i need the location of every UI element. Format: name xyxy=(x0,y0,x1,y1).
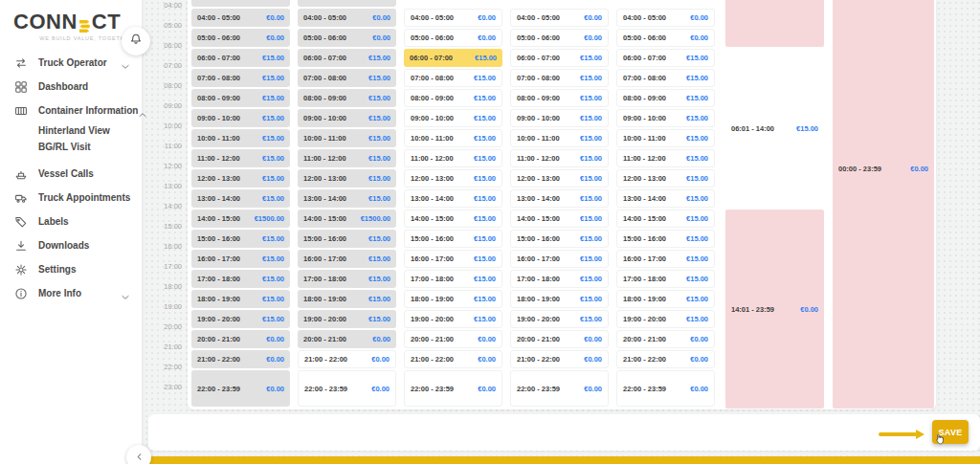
time-slot-cell[interactable]: 05:00 - 06:00€0.00 xyxy=(510,29,609,47)
time-slot-cell[interactable]: 13:00 - 14:00€15.00 xyxy=(510,189,609,208)
time-slot-cell[interactable]: 21:00 - 22:00€0.00 xyxy=(616,350,715,368)
sidebar-item-truck-operator[interactable]: Truck Operator xyxy=(0,51,142,75)
slot-price: €15.00 xyxy=(474,134,496,143)
sidebar-collapse-button[interactable] xyxy=(126,445,151,464)
time-slot-cell[interactable]: 19:00 - 20:00€15.00 xyxy=(510,310,609,328)
slot-price: €15.00 xyxy=(262,114,284,122)
time-slot-cell[interactable]: 15:00 - 16:00€15.00 xyxy=(616,230,715,248)
slot-time-range: 16:00 - 17:00 xyxy=(197,254,240,263)
sidebar-subitem-hinterland-view[interactable]: Hinterland View xyxy=(0,122,142,139)
time-slot-cell[interactable]: 09:00 - 10:00€15.00 xyxy=(616,109,715,127)
sidebar-item-more-info[interactable]: More Info xyxy=(0,281,142,305)
sidebar-item-dashboard[interactable]: Dashboard xyxy=(0,75,142,99)
sidebar-item-truck-appointments[interactable]: Truck Appointments xyxy=(0,186,142,210)
slot-price: €15.00 xyxy=(474,254,496,263)
time-slot-cell[interactable]: 20:00 - 21:00€0.00 xyxy=(404,330,502,348)
schedule-range-block[interactable]: 14:01 - 23:59€0.00 xyxy=(725,210,824,408)
slot-time-range: 20:00 - 21:00 xyxy=(411,335,454,343)
time-slot-cell[interactable]: 05:00 - 06:00€0.00 xyxy=(616,29,715,47)
time-slot-cell[interactable]: 06:00 - 07:00€15.00 xyxy=(404,49,502,67)
time-slot-cell[interactable]: 20:00 - 21:00€0.00 xyxy=(510,330,609,348)
time-slot-cell[interactable]: 13:00 - 14:00€15.00 xyxy=(616,189,715,208)
time-slot-cell[interactable]: 18:00 - 19:00€15.00 xyxy=(616,290,715,308)
slot-price: €15.00 xyxy=(368,174,390,183)
time-slot-cell[interactable]: 09:00 - 10:00€15.00 xyxy=(404,109,502,127)
slot-time-range: 14:00 - 15:00 xyxy=(623,214,666,223)
time-slot-cell[interactable]: 22:00 - 23:59€0.00 xyxy=(298,370,396,407)
time-slot-cell[interactable]: 10:00 - 11:00€15.00 xyxy=(616,129,715,147)
time-slot-cell[interactable]: 19:00 - 20:00€15.00 xyxy=(404,310,502,328)
time-slot-cell[interactable]: 06:00 - 07:00€15.00 xyxy=(510,49,609,67)
time-slot-cell[interactable]: 07:00 - 08:00€15.00 xyxy=(404,69,502,87)
time-slot-cell[interactable]: 11:00 - 12:00€15.00 xyxy=(616,149,715,167)
notifications-button[interactable] xyxy=(122,27,150,55)
range-time: 06:01 - 14:00 xyxy=(731,124,774,133)
time-slot-cell[interactable]: 07:00 - 08:00€15.00 xyxy=(616,69,715,87)
slot-time-range: 17:00 - 18:00 xyxy=(303,275,346,283)
axis-hour-label: 21:00 xyxy=(149,342,182,351)
time-slot-cell[interactable]: 12:00 - 13:00€15.00 xyxy=(510,169,609,188)
slot-time-range: 22:00 - 23:59 xyxy=(623,385,666,393)
schedule-range-block[interactable]: 06:01 - 14:00€15.00 xyxy=(725,49,824,208)
time-slot-cell[interactable]: 15:00 - 16:00€15.00 xyxy=(510,230,609,248)
slot-price: €0.00 xyxy=(584,13,602,22)
slot-time-range: 22:00 - 23:59 xyxy=(517,385,560,393)
sidebar-subitem-bg-rl-visit[interactable]: BG/RL Visit xyxy=(0,139,142,155)
time-slot-cell[interactable]: 11:00 - 12:00€15.00 xyxy=(404,149,502,167)
slot-time-range: 16:00 - 17:00 xyxy=(411,254,454,263)
time-slot-cell[interactable]: 08:00 - 09:00€15.00 xyxy=(510,89,609,107)
time-slot-cell[interactable]: 10:00 - 11:00€15.00 xyxy=(404,129,502,147)
slot-price: €15.00 xyxy=(580,315,602,323)
slot-time-range: 06:00 - 07:00 xyxy=(197,54,240,62)
time-slot-cell[interactable]: 14:00 - 15:00€15.00 xyxy=(510,210,609,228)
sidebar-item-container-information[interactable]: Container Information xyxy=(0,99,142,122)
time-slot-cell[interactable]: 22:00 - 23:59€0.00 xyxy=(616,370,715,407)
time-slot-cell[interactable]: 04:00 - 05:00€0.00 xyxy=(510,9,609,27)
time-slot-cell[interactable]: 16:00 - 17:00€15.00 xyxy=(510,250,609,268)
time-slot-cell[interactable]: 18:00 - 19:00€15.00 xyxy=(404,290,502,308)
sidebar-item-downloads[interactable]: Downloads xyxy=(0,233,142,257)
slot-time-range: 10:00 - 11:00 xyxy=(517,134,560,143)
time-slot-cell[interactable]: 12:00 - 13:00€15.00 xyxy=(616,169,715,188)
time-slot-cell[interactable]: 16:00 - 17:00€15.00 xyxy=(616,250,715,268)
time-slot-cell[interactable]: 08:00 - 09:00€15.00 xyxy=(616,89,715,107)
time-slot-cell[interactable]: 22:00 - 23:59€0.00 xyxy=(510,370,609,407)
schedule-range-block[interactable]: 00:00 - 23:59€0.00 xyxy=(833,0,934,409)
sidebar-item-vessel-calls[interactable]: Vessel Calls xyxy=(0,162,142,186)
time-slot-cell[interactable]: 15:00 - 16:00€15.00 xyxy=(404,230,502,248)
time-slot-cell[interactable]: 08:00 - 09:00€15.00 xyxy=(404,89,502,107)
time-slot-cell[interactable]: 17:00 - 18:00€15.00 xyxy=(404,270,502,288)
schedule-range-block[interactable] xyxy=(725,0,824,47)
slot-time-range: 19:00 - 20:00 xyxy=(197,315,240,323)
slot-price: €15.00 xyxy=(686,154,708,163)
time-slot-cell[interactable]: 11:00 - 12:00€15.00 xyxy=(510,149,609,167)
sidebar-item-labels[interactable]: Labels xyxy=(0,210,142,233)
time-slot-cell[interactable]: 14:00 - 15:00€15.00 xyxy=(616,210,715,228)
time-slot-cell[interactable]: 19:00 - 20:00€15.00 xyxy=(616,310,715,328)
time-slot-cell[interactable]: 22:00 - 23:59€0.00 xyxy=(404,370,502,407)
slot-price: €15.00 xyxy=(580,174,602,183)
sidebar-item-settings[interactable]: Settings xyxy=(0,257,142,281)
time-slot-cell[interactable]: 17:00 - 18:00€15.00 xyxy=(510,270,609,288)
time-slot-cell[interactable]: 06:00 - 07:00€15.00 xyxy=(616,49,715,67)
time-slot-cell[interactable]: 16:00 - 17:00€15.00 xyxy=(404,250,502,268)
time-slot-cell[interactable]: 07:00 - 08:00€15.00 xyxy=(510,69,609,87)
time-slot-cell[interactable]: 12:00 - 13:00€15.00 xyxy=(404,169,502,188)
time-slot-cell[interactable]: 14:00 - 15:00€15.00 xyxy=(404,210,502,228)
time-slot-cell: 06:00 - 07:00€15.00 xyxy=(191,49,290,67)
time-slot-cell[interactable]: 09:00 - 10:00€15.00 xyxy=(510,109,609,127)
time-slot-cell[interactable]: 21:00 - 22:00€0.00 xyxy=(404,350,502,368)
time-slot-cell[interactable]: 21:00 - 22:00€0.00 xyxy=(510,350,609,368)
slot-time-range: 04:00 - 05:00 xyxy=(517,13,560,22)
time-slot-cell[interactable]: 13:00 - 14:00€15.00 xyxy=(404,189,502,208)
time-slot-cell[interactable]: 10:00 - 11:00€15.00 xyxy=(510,129,609,147)
time-slot-cell[interactable]: 05:00 - 06:00€0.00 xyxy=(404,29,502,47)
time-slot-cell[interactable]: 04:00 - 05:00€0.00 xyxy=(616,9,715,27)
time-slot-cell[interactable]: 18:00 - 19:00€15.00 xyxy=(510,290,609,308)
time-slot-cell[interactable]: 21:00 - 22:00€0.00 xyxy=(298,350,396,368)
slot-time-range: 07:00 - 08:00 xyxy=(197,74,240,82)
slot-time-range: 16:00 - 17:00 xyxy=(517,254,560,263)
time-slot-cell[interactable]: 17:00 - 18:00€15.00 xyxy=(616,270,715,288)
time-slot-cell[interactable]: 04:00 - 05:00€0.00 xyxy=(404,9,502,27)
time-slot-cell[interactable]: 20:00 - 21:00€0.00 xyxy=(616,330,715,348)
